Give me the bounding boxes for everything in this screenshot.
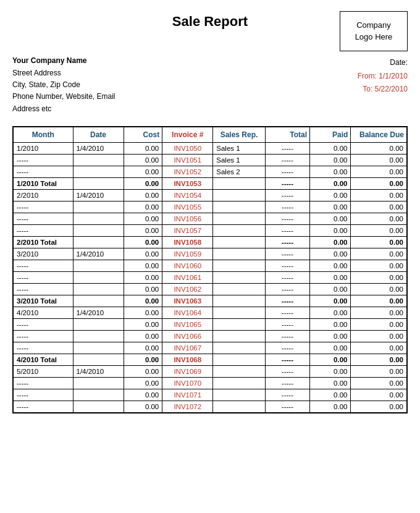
table-cell: 1/4/2010 — [73, 142, 124, 154]
table-cell — [213, 377, 265, 389]
table-cell: 0.00 — [310, 142, 351, 154]
table-cell: 1/2010 Total — [14, 177, 74, 189]
table-cell — [73, 354, 124, 365]
table-cell: 0.00 — [351, 213, 407, 224]
table-cell: 0.00 — [351, 377, 407, 389]
table-row: 4/20101/4/20100.00INV1064-----0.000.00 — [14, 307, 407, 318]
table-row: -----0.00INV1060-----0.000.00 — [14, 260, 407, 271]
table-cell — [73, 295, 124, 307]
date-label: Date: — [358, 56, 408, 70]
table-cell — [213, 189, 265, 201]
table-cell — [213, 318, 265, 330]
table-cell: 0.00 — [124, 201, 162, 213]
table-cell: INV1053 — [162, 177, 213, 189]
table-row: 2/2010 Total0.00INV1058-----0.000.00 — [14, 236, 407, 248]
sales-table: Month Date Cost Invoice # Sales Rep. Tot… — [13, 127, 407, 413]
table-cell: ----- — [265, 365, 309, 377]
table-cell: ----- — [265, 330, 309, 342]
table-cell: ----- — [265, 295, 309, 307]
table-row: -----0.00INV1052Sales 2-----0.000.00 — [14, 166, 407, 177]
header-total: Total — [265, 127, 309, 142]
table-cell: ----- — [265, 236, 309, 248]
table-cell — [213, 401, 265, 412]
table-cell: ----- — [265, 189, 309, 201]
table-cell — [73, 389, 124, 401]
table-cell: ----- — [265, 248, 309, 260]
table-row: -----0.00INV1062-----0.000.00 — [14, 283, 407, 295]
table-cell: 0.00 — [310, 213, 351, 224]
table-cell: ----- — [265, 318, 309, 330]
company-info: Your Company Name Street Address City, S… — [12, 56, 408, 115]
table-cell: 0.00 — [310, 389, 351, 401]
table-cell — [73, 271, 124, 283]
table-cell: INV1051 — [162, 154, 213, 166]
table-cell: ----- — [14, 260, 74, 271]
table-cell: 0.00 — [351, 142, 407, 154]
table-cell: 0.00 — [351, 330, 407, 342]
table-cell — [73, 154, 124, 166]
table-cell: 0.00 — [124, 330, 162, 342]
table-cell: 0.00 — [351, 224, 407, 236]
table-cell — [213, 330, 265, 342]
table-cell: 1/4/2010 — [73, 307, 124, 318]
table-cell: 1/2010 — [14, 142, 74, 154]
table-cell: 0.00 — [124, 365, 162, 377]
table-cell: 0.00 — [310, 260, 351, 271]
table-cell: 0.00 — [310, 330, 351, 342]
table-cell — [213, 295, 265, 307]
header-cost: Cost — [124, 127, 162, 142]
table-cell: 0.00 — [310, 248, 351, 260]
table-cell — [73, 260, 124, 271]
table-cell — [213, 213, 265, 224]
table-cell: 0.00 — [351, 166, 407, 177]
table-cell: 0.00 — [124, 283, 162, 295]
table-cell: 0.00 — [351, 271, 407, 283]
table-cell: INV1050 — [162, 142, 213, 154]
table-cell: INV1064 — [162, 307, 213, 318]
table-cell: ----- — [14, 154, 74, 166]
table-cell: INV1062 — [162, 283, 213, 295]
table-cell — [73, 318, 124, 330]
table-cell: 0.00 — [351, 248, 407, 260]
table-cell: 0.00 — [351, 307, 407, 318]
table-cell: 0.00 — [351, 177, 407, 189]
table-row: 4/2010 Total0.00INV1068-----0.000.00 — [14, 354, 407, 365]
table-cell: 0.00 — [310, 166, 351, 177]
table-cell: ----- — [14, 213, 74, 224]
table-cell: 0.00 — [124, 307, 162, 318]
table-cell: 2/2010 Total — [14, 236, 74, 248]
table-row: 1/2010 Total0.00INV1053-----0.000.00 — [14, 177, 407, 189]
table-cell: INV1057 — [162, 224, 213, 236]
table-cell: INV1058 — [162, 236, 213, 248]
header-invoice: Invoice # — [162, 127, 213, 142]
table-cell: 0.00 — [124, 260, 162, 271]
table-row: 2/20101/4/20100.00INV1054-----0.000.00 — [14, 189, 407, 201]
table-cell — [213, 389, 265, 401]
table-cell: INV1063 — [162, 295, 213, 307]
table-cell: 4/2010 — [14, 307, 74, 318]
table-cell: 0.00 — [124, 142, 162, 154]
table-cell: 0.00 — [351, 318, 407, 330]
table-row: -----0.00INV1066-----0.000.00 — [14, 330, 407, 342]
table-cell: 0.00 — [351, 189, 407, 201]
table-cell — [73, 213, 124, 224]
table-cell: 0.00 — [310, 318, 351, 330]
table-cell: ----- — [14, 330, 74, 342]
table-cell — [213, 248, 265, 260]
table-cell: 0.00 — [124, 248, 162, 260]
table-row: -----0.00INV1065-----0.000.00 — [14, 318, 407, 330]
street-address: Street Address — [12, 67, 116, 79]
table-cell: ----- — [265, 260, 309, 271]
company-left: Your Company Name Street Address City, S… — [12, 56, 116, 115]
table-cell — [213, 177, 265, 189]
table-cell: 0.00 — [310, 342, 351, 354]
table-cell: 1/4/2010 — [73, 248, 124, 260]
table-cell: 0.00 — [351, 236, 407, 248]
date-from: From: 1/1/2010 — [358, 70, 408, 83]
table-row: -----0.00INV1070-----0.000.00 — [14, 377, 407, 389]
table-row: -----0.00INV1055-----0.000.00 — [14, 201, 407, 213]
table-cell: 2/2010 — [14, 189, 74, 201]
company-right: Date: From: 1/1/2010 To: 5/22/2010 — [358, 56, 408, 96]
table-cell: 0.00 — [310, 271, 351, 283]
table-cell — [213, 271, 265, 283]
